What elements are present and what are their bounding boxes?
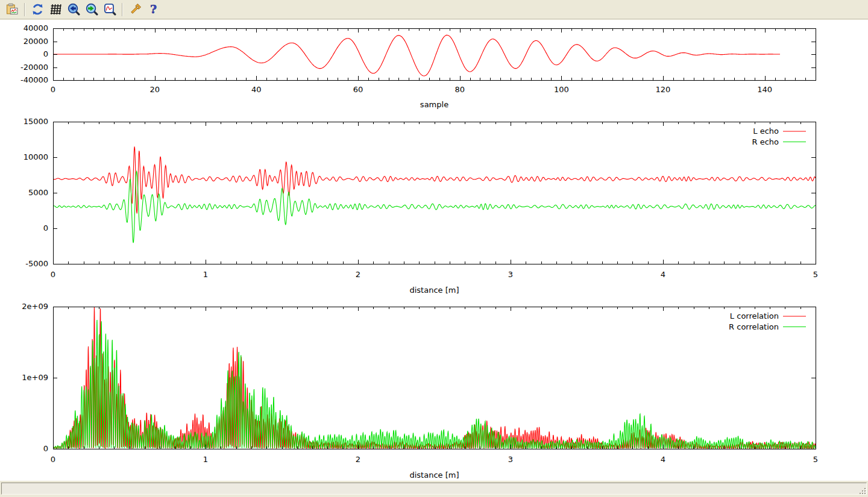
x-tick-label: 2 bbox=[356, 270, 360, 279]
legend-label: R correlation bbox=[729, 322, 779, 331]
y-tick-label: 20000 bbox=[24, 37, 48, 46]
series-r-correlation bbox=[53, 320, 816, 449]
y-tick-label: 5000 bbox=[28, 188, 48, 197]
y-tick-label: 40000 bbox=[24, 23, 48, 33]
magnifier-left-arrow-icon bbox=[68, 3, 80, 16]
y-tick-label: 10000 bbox=[24, 152, 48, 161]
x-tick-label: 140 bbox=[757, 85, 772, 94]
wrench-icon bbox=[129, 3, 142, 16]
toolbar-separator bbox=[122, 3, 123, 16]
plot-2[interactable]: 01234501e+092e+09distance [m]L correlati… bbox=[22, 302, 818, 480]
x-tick-label: 0 bbox=[51, 85, 55, 94]
clipboard-chart-icon bbox=[6, 3, 19, 16]
series-signal bbox=[53, 35, 780, 76]
question-mark-icon: ? bbox=[147, 3, 160, 16]
x-tick-label: 80 bbox=[454, 85, 465, 94]
x-tick-label: 120 bbox=[656, 85, 671, 94]
plot-frame bbox=[53, 307, 816, 449]
x-tick-label: 4 bbox=[661, 455, 665, 464]
zoom-previous-button[interactable] bbox=[66, 2, 81, 17]
x-axis-label: distance [m] bbox=[409, 286, 459, 295]
help-button[interactable]: ? bbox=[145, 2, 161, 17]
x-tick-label: 2 bbox=[356, 455, 360, 464]
replot-button[interactable] bbox=[30, 2, 45, 17]
plot-area: 020406080100120140-40000-200000200004000… bbox=[0, 20, 868, 481]
x-tick-label: 100 bbox=[554, 85, 569, 94]
magnifier-chart-icon bbox=[104, 3, 116, 16]
x-tick-label: 0 bbox=[51, 270, 55, 279]
copy-plot-button[interactable] bbox=[4, 2, 20, 17]
y-tick-label: 0 bbox=[43, 223, 48, 233]
x-tick-label: 5 bbox=[813, 455, 818, 464]
series-l-echo bbox=[53, 146, 816, 213]
magnifier-right-arrow-icon bbox=[86, 3, 98, 16]
x-tick-label: 3 bbox=[508, 455, 513, 464]
plot-1[interactable]: 012345-5000050001000015000distance [m]L … bbox=[24, 117, 819, 295]
y-tick-label: 2e+09 bbox=[22, 302, 48, 311]
axis-ticks bbox=[53, 307, 816, 449]
y-tick-label: 0 bbox=[43, 49, 48, 58]
status-bar bbox=[0, 481, 868, 497]
x-axis-label: distance [m] bbox=[409, 470, 459, 480]
toolbar: ? bbox=[0, 0, 868, 19]
apply-zoom-button[interactable] bbox=[102, 2, 118, 17]
x-tick-label: 3 bbox=[508, 270, 513, 279]
legend-label: L correlation bbox=[730, 311, 779, 320]
x-tick-label: 60 bbox=[353, 85, 363, 94]
grid-button[interactable] bbox=[48, 2, 63, 17]
legend-label: R echo bbox=[752, 137, 779, 146]
plot-canvas[interactable]: 020406080100120140-40000-200000200004000… bbox=[0, 20, 868, 481]
x-tick-label: 4 bbox=[661, 270, 665, 279]
y-tick-label: 15000 bbox=[24, 117, 48, 126]
x-axis-label: sample bbox=[420, 100, 448, 109]
y-tick-label: -5000 bbox=[25, 259, 48, 268]
plot-frame bbox=[53, 122, 816, 264]
status-message-field bbox=[1, 483, 867, 495]
x-tick-label: 40 bbox=[251, 85, 262, 94]
axis-ticks bbox=[53, 122, 816, 264]
legend-label: L echo bbox=[753, 127, 779, 136]
plot-frame bbox=[53, 28, 816, 80]
svg-text:?: ? bbox=[149, 3, 156, 16]
y-tick-label: -40000 bbox=[20, 75, 48, 84]
x-tick-label: 20 bbox=[149, 85, 160, 94]
zoom-next-button[interactable] bbox=[84, 2, 99, 17]
x-tick-label: 5 bbox=[813, 270, 818, 279]
series-l-correlation bbox=[53, 307, 816, 449]
x-tick-label: 1 bbox=[203, 270, 208, 279]
y-tick-label: 0 bbox=[43, 444, 48, 453]
resize-grip-icon[interactable] bbox=[858, 487, 867, 495]
x-tick-label: 1 bbox=[203, 455, 208, 464]
plot-0[interactable]: 020406080100120140-40000-200000200004000… bbox=[20, 23, 816, 109]
y-tick-label: 1e+09 bbox=[22, 373, 48, 382]
refresh-icon bbox=[31, 3, 44, 16]
y-tick-label: -20000 bbox=[20, 63, 48, 72]
toolbar-separator bbox=[24, 3, 25, 16]
grid-icon bbox=[49, 3, 62, 16]
x-tick-label: 0 bbox=[51, 455, 55, 464]
configure-button[interactable] bbox=[127, 2, 143, 17]
